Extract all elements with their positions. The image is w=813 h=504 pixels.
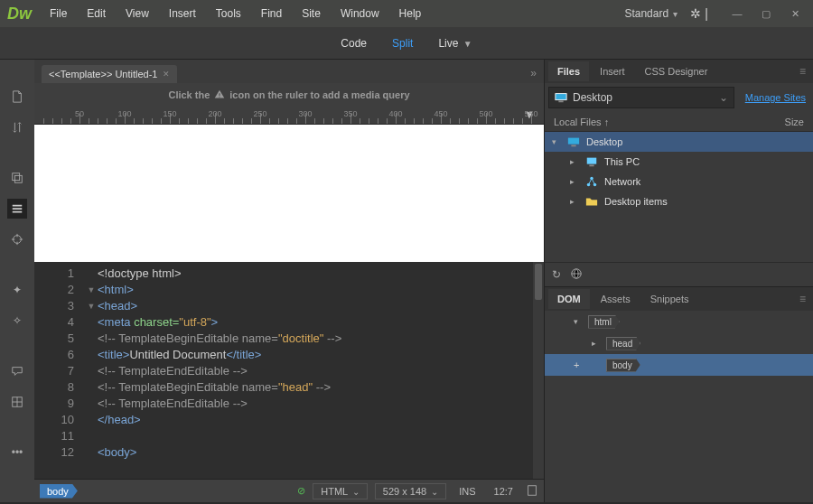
tabs-overflow-icon[interactable]: »	[523, 63, 544, 83]
tree-row[interactable]: ▸Desktop items	[545, 191, 813, 211]
manage-sites-link[interactable]: Manage Sites	[745, 92, 806, 103]
tab-files[interactable]: Files	[548, 61, 589, 81]
svg-rect-4	[528, 485, 537, 495]
status-language[interactable]: HTML ⌄	[313, 483, 368, 499]
right-panels: Files Insert CSS Designer ≡ Desktop ⌄ Ma…	[544, 60, 813, 502]
file-tree: ▾Desktop▸This PC▸Network▸Desktop items	[545, 132, 813, 211]
files-panel-tabs: Files Insert CSS Designer ≡	[545, 60, 813, 83]
sync-settings-icon[interactable]: ✲ |	[690, 6, 708, 21]
top-menubar: Dw File Edit View Insert Tools Find Site…	[0, 0, 813, 27]
menu-file[interactable]: File	[41, 4, 76, 23]
status-viewport-size[interactable]: 529 x 148 ⌄	[375, 483, 446, 499]
status-insert-mode[interactable]: INS	[453, 484, 481, 499]
sort-icon[interactable]	[7, 117, 27, 137]
globe-link-icon[interactable]	[570, 267, 583, 283]
monitor-icon	[555, 91, 567, 104]
menu-site[interactable]: Site	[293, 4, 330, 23]
dom-row[interactable]: ▸head	[545, 332, 813, 354]
panel-menu-icon[interactable]: ≡	[792, 289, 813, 309]
minimize-icon[interactable]: —	[726, 6, 748, 21]
add-media-query-icon	[213, 89, 226, 101]
tab-css-designer[interactable]: CSS Designer	[636, 61, 717, 81]
code-editor[interactable]: 123456789101112 ▼▼ <!doctype html><html>…	[34, 262, 544, 479]
media-query-hint: Click the icon on the ruler to add a med…	[34, 83, 544, 107]
dom-row[interactable]: +body	[545, 354, 813, 376]
menu-insert[interactable]: Insert	[160, 4, 205, 23]
menu-window[interactable]: Window	[332, 4, 388, 23]
status-bar: body ⊘ HTML ⌄ 529 x 148 ⌄ INS 12:7	[34, 479, 544, 502]
view-code[interactable]: Code	[330, 33, 378, 54]
tab-snippets[interactable]: Snippets	[641, 289, 698, 309]
maximize-icon[interactable]: ▢	[755, 6, 777, 21]
editor-scrollbar[interactable]	[533, 262, 544, 479]
tree-row[interactable]: ▸Network	[545, 172, 813, 191]
target-icon[interactable]	[7, 229, 27, 249]
menu-items: File Edit View Insert Tools Find Site Wi…	[41, 4, 430, 23]
dom-row[interactable]: ▾html	[545, 311, 813, 332]
menu-edit[interactable]: Edit	[78, 4, 115, 23]
menu-find[interactable]: Find	[252, 4, 291, 23]
svg-rect-10	[589, 165, 593, 167]
view-split[interactable]: Split	[381, 33, 424, 54]
lines-icon[interactable]	[7, 199, 27, 219]
file-icon[interactable]	[7, 87, 27, 107]
svg-rect-7	[568, 138, 579, 145]
tab-close-icon[interactable]: ✕	[163, 70, 170, 79]
status-ok-icon[interactable]: ⊘	[297, 485, 305, 497]
grid-icon[interactable]	[7, 392, 27, 412]
menu-tools[interactable]: Tools	[207, 4, 250, 23]
view-live[interactable]: Live ▼	[427, 33, 482, 54]
dom-panel-tabs: DOM Assets Snippets ≡	[545, 287, 813, 311]
menu-help[interactable]: Help	[390, 4, 431, 23]
dom-panel-toolbar: ↻	[545, 262, 813, 287]
more-icon[interactable]: •••	[7, 443, 27, 462]
tab-assets[interactable]: Assets	[592, 289, 640, 309]
document-area: <<Template>> Untitled-1 ✕ » Click the ic…	[34, 60, 544, 502]
comment-icon[interactable]	[7, 361, 27, 381]
status-preview-icon[interactable]	[526, 484, 538, 499]
breadcrumb-body[interactable]: body	[40, 484, 78, 499]
tree-row[interactable]: ▾Desktop	[545, 132, 813, 152]
workspace-selector[interactable]: Standard ▾	[619, 5, 683, 22]
svg-rect-8	[571, 145, 575, 147]
view-mode-bar: Code Split Live ▼	[0, 27, 813, 60]
left-toolbar: ✦ ✧ •••	[0, 60, 34, 502]
panel-menu-icon[interactable]: ≡	[792, 61, 813, 81]
tab-insert[interactable]: Insert	[591, 61, 634, 81]
document-tabs: <<Template>> Untitled-1 ✕ »	[34, 60, 544, 83]
design-canvas[interactable]	[34, 125, 544, 262]
svg-rect-0	[13, 173, 20, 181]
files-header[interactable]: Local Files ↑ Size	[545, 112, 813, 132]
site-selector[interactable]: Desktop ⌄	[548, 87, 734, 108]
close-icon[interactable]: ✕	[784, 6, 806, 21]
svg-rect-1	[14, 175, 22, 182]
tree-row[interactable]: ▸This PC	[545, 152, 813, 172]
app-logo: Dw	[7, 5, 32, 23]
layers-icon[interactable]	[7, 168, 27, 188]
ruler[interactable]: ▼ 50100150200250300350400450500550	[34, 107, 544, 125]
tab-dom[interactable]: DOM	[548, 289, 590, 309]
dom-tree: ▾html▸head+body	[545, 311, 813, 376]
svg-rect-5	[556, 94, 566, 100]
svg-rect-9	[587, 158, 597, 164]
refresh-icon[interactable]: ↻	[552, 268, 561, 281]
document-tab[interactable]: <<Template>> Untitled-1 ✕	[42, 65, 177, 83]
effects-icon[interactable]: ✧	[7, 311, 27, 331]
svg-rect-6	[558, 101, 563, 103]
status-cursor-pos: 12:7	[489, 484, 519, 499]
menu-view[interactable]: View	[117, 4, 158, 23]
document-tab-label: <<Template>> Untitled-1	[49, 69, 157, 79]
wand-icon[interactable]: ✦	[7, 280, 27, 300]
